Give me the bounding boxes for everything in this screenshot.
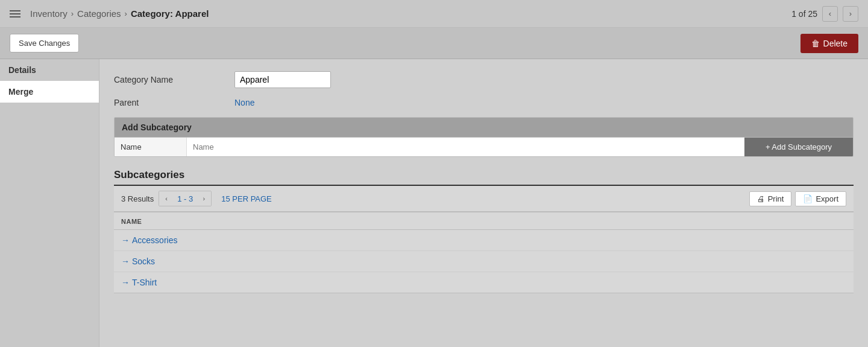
- page-nav: ‹ 1 - 3 ›: [159, 191, 212, 206]
- top-nav: Inventory › Categories › Category: Appar…: [0, 0, 868, 28]
- print-icon: 🖨: [757, 194, 765, 203]
- add-subcategory-header: Add Subcategory: [115, 118, 853, 137]
- subcategories-section: Subcategories 3 Results ‹ 1 - 3 › 15 PER…: [114, 169, 854, 293]
- toolbar: Save Changes 🗑 Delete: [0, 28, 868, 59]
- arrow-icon: →: [121, 256, 130, 266]
- save-changes-button[interactable]: Save Changes: [10, 34, 79, 53]
- add-subcategory-section: Add Subcategory Name + Add Subcategory: [114, 117, 854, 157]
- pagination-text: 1 of 25: [791, 9, 817, 19]
- pagination-next-button[interactable]: ›: [843, 6, 858, 22]
- delete-label: Delete: [823, 39, 848, 48]
- sidebar: Details Merge: [0, 59, 99, 347]
- table-toolbar: 3 Results ‹ 1 - 3 › 15 PER PAGE 🖨 Print: [114, 186, 854, 212]
- breadcrumb-sep-1: ›: [71, 9, 74, 18]
- main-layout: Details Merge Category Name Parent None …: [0, 59, 868, 347]
- subcategory-link-accessories[interactable]: →Accessories: [121, 235, 177, 245]
- subcategory-link-socks[interactable]: →Socks: [121, 256, 155, 266]
- page-next-button[interactable]: ›: [197, 191, 211, 206]
- subcategory-name-tshirt: T-Shirt: [132, 278, 157, 287]
- table-toolbar-right: 🖨 Print 📄 Export: [749, 191, 846, 206]
- content-area: Category Name Parent None Add Subcategor…: [99, 59, 868, 347]
- subcategory-link-tshirt[interactable]: →T-Shirt: [121, 278, 157, 287]
- table-toolbar-left: 3 Results ‹ 1 - 3 › 15 PER PAGE: [121, 191, 272, 206]
- table-row: →Accessories: [114, 230, 854, 251]
- menu-icon: [10, 10, 27, 18]
- parent-row: Parent None: [114, 98, 854, 107]
- print-label: Print: [768, 194, 784, 203]
- delete-icon: 🗑: [811, 39, 820, 48]
- pagination-prev-button[interactable]: ‹: [822, 6, 838, 22]
- breadcrumb-categories: Categories: [77, 8, 121, 19]
- export-icon: 📄: [803, 194, 813, 203]
- subcategory-name-input[interactable]: [187, 138, 744, 156]
- parent-link[interactable]: None: [234, 98, 254, 107]
- results-count: 3 Results: [121, 194, 154, 203]
- delete-button[interactable]: 🗑 Delete: [800, 34, 858, 53]
- page-range: 1 - 3: [174, 191, 197, 206]
- subcategories-title: Subcategories: [114, 169, 854, 181]
- subcategory-name-col-label: Name: [115, 138, 187, 156]
- subcategory-name-socks: Socks: [132, 256, 155, 266]
- add-subcategory-button[interactable]: + Add Subcategory: [744, 138, 853, 156]
- category-name-input[interactable]: [234, 71, 331, 88]
- export-label: Export: [816, 194, 838, 203]
- per-page-link[interactable]: 15 PER PAGE: [221, 194, 272, 203]
- arrow-icon: →: [121, 235, 130, 245]
- category-name-label: Category Name: [114, 75, 234, 84]
- add-subcategory-body: Name + Add Subcategory: [115, 137, 853, 156]
- category-name-row: Category Name: [114, 71, 854, 88]
- breadcrumb-inventory: Inventory: [30, 8, 68, 19]
- parent-label: Parent: [114, 98, 234, 107]
- breadcrumb-current: Category: Apparel: [131, 8, 209, 19]
- print-button[interactable]: 🖨 Print: [749, 191, 792, 206]
- breadcrumb-sep-2: ›: [125, 9, 127, 18]
- breadcrumb: Inventory › Categories › Category: Appar…: [10, 8, 209, 19]
- table-row: →T-Shirt: [114, 272, 854, 293]
- table-row: →Socks: [114, 251, 854, 272]
- col-name-header: NAME: [121, 218, 142, 225]
- nav-pagination: 1 of 25 ‹ ›: [791, 6, 858, 22]
- sidebar-item-merge[interactable]: Merge: [0, 81, 99, 103]
- sidebar-item-details[interactable]: Details: [0, 59, 99, 81]
- arrow-icon: →: [121, 278, 130, 287]
- subcategories-border: 3 Results ‹ 1 - 3 › 15 PER PAGE 🖨 Print: [114, 185, 854, 293]
- export-button[interactable]: 📄 Export: [795, 191, 846, 206]
- table-header-row: NAME: [114, 212, 854, 230]
- page-prev-button[interactable]: ‹: [159, 191, 174, 206]
- subcategory-name-accessories: Accessories: [132, 235, 177, 245]
